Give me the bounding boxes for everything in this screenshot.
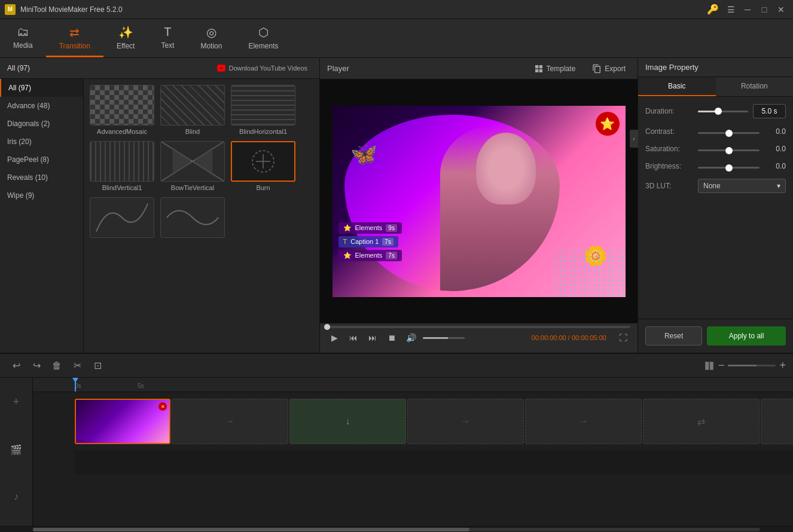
transition-slot-3[interactable]: →	[407, 399, 524, 444]
template-icon	[534, 64, 544, 74]
add-track-btn[interactable]: +	[13, 396, 20, 408]
caption-chip-3[interactable]: ⭐ Elements 7s	[338, 250, 402, 261]
nav-label-text: Text	[161, 41, 174, 50]
category-advance[interactable]: Advance (48)	[0, 97, 83, 115]
lut-select[interactable]: None ▾	[698, 179, 786, 193]
hamburger-btn[interactable]: ☰	[724, 2, 738, 17]
brightness-slider-container	[698, 161, 760, 170]
nav-item-transition[interactable]: ⇄ Transition	[46, 19, 103, 57]
lut-value: None	[703, 182, 721, 190]
transition-curve2[interactable]	[160, 197, 225, 240]
nav-label-elements: Elements	[248, 42, 278, 50]
brightness-value: 0.0	[764, 162, 786, 170]
transition-burn[interactable]: Burn	[231, 141, 295, 191]
zoom-in-btn[interactable]: +	[779, 359, 786, 372]
transition-blind[interactable]: Blind	[160, 85, 225, 135]
category-all[interactable]: All (97)	[0, 79, 83, 97]
transition-label-bowtie: BowTieVertical	[171, 184, 214, 191]
maximize-btn[interactable]: □	[757, 2, 771, 17]
tab-rotation[interactable]: Rotation	[716, 77, 794, 96]
redo-btn[interactable]: ↪	[28, 357, 45, 375]
prev-frame-btn[interactable]: ⏮	[346, 331, 361, 345]
caption-chip-3-label: Elements	[355, 252, 383, 259]
collapse-arrow[interactable]: ‹	[630, 130, 638, 148]
volume-slider[interactable]	[423, 337, 465, 339]
playhead	[75, 378, 76, 392]
brightness-slider[interactable]	[698, 167, 760, 169]
transition-blind-vertical[interactable]: BlindVertical1	[90, 141, 154, 191]
transition-bowtie-vertical[interactable]: ↔ BowTieVertical	[160, 141, 225, 191]
caption-chip-2-label: Caption 1	[350, 238, 379, 245]
timeline-tracks: ✕ → ↓ → → ⇄	[33, 392, 793, 479]
effect-icon: ✨	[118, 25, 133, 39]
image-property-header: Image Property	[638, 58, 793, 77]
motion-icon: ◎	[206, 25, 216, 39]
action-row: Reset Apply to all	[638, 319, 793, 353]
transition-slot-1[interactable]: →	[172, 399, 288, 444]
nav-item-motion[interactable]: ◎ Motion	[187, 19, 235, 57]
crop-btn[interactable]: ⊡	[89, 357, 106, 375]
apply-to-all-btn[interactable]: Apply to all	[707, 326, 786, 346]
tab-basic[interactable]: Basic	[638, 77, 716, 96]
transition-slot-6[interactable]: ⇄	[761, 399, 793, 444]
zoom-slider[interactable]	[728, 365, 776, 366]
bowtie-svg: ↔	[161, 141, 224, 182]
fullscreen-btn[interactable]: ⛶	[616, 331, 630, 345]
player-title: Player	[327, 64, 349, 73]
transition-thumb-curve1	[90, 197, 154, 238]
transition-arrow-5: ⇄	[697, 416, 705, 427]
category-reveals[interactable]: Reveals (10)	[0, 169, 83, 186]
category-diagonals[interactable]: Diagonals (2)	[0, 115, 83, 133]
nav-item-effect[interactable]: ✨ Effect	[103, 19, 148, 57]
transition-arrow-3: →	[461, 416, 471, 427]
transition-blind-horizontal[interactable]: BlindHorizontal1	[231, 85, 295, 135]
saturation-slider[interactable]	[698, 149, 760, 151]
timeline-ruler: 0s 5s	[33, 378, 793, 392]
transition-curve1[interactable]	[90, 197, 154, 240]
split-icon	[704, 360, 715, 371]
star-badge: ⭐	[596, 112, 620, 136]
download-youtube-label: Download YouTube Videos	[229, 65, 308, 72]
timeline-scrollbar[interactable]	[0, 526, 793, 532]
cut-btn[interactable]: ✂	[68, 357, 86, 375]
zoom-out-btn[interactable]: −	[718, 359, 725, 372]
nav-item-text[interactable]: T Text	[148, 19, 187, 57]
saturation-label: Saturation:	[645, 145, 693, 153]
curve1-svg	[90, 197, 154, 238]
undo-btn[interactable]: ↩	[7, 357, 25, 375]
template-btn[interactable]: Template	[529, 62, 581, 76]
volume-btn[interactable]: 🔊	[404, 331, 418, 345]
time-display: 00:00:00:00 / 00:00:05:00	[532, 334, 606, 341]
minimize-btn[interactable]: ─	[740, 2, 755, 17]
caption-chip-1[interactable]: ⭐ Elements 9s	[338, 222, 402, 234]
contrast-slider[interactable]	[698, 132, 760, 134]
category-wipe[interactable]: Wipe (9)	[0, 186, 83, 204]
transition-slot-4[interactable]: →	[525, 399, 642, 444]
next-frame-btn[interactable]: ⏭	[365, 331, 380, 345]
category-pagepeel[interactable]: PagePeel (8)	[0, 151, 83, 169]
nav-item-elements[interactable]: ⬡ Elements	[235, 19, 291, 57]
transition-slot-2[interactable]: ↓	[289, 399, 406, 444]
scrollbar-thumb[interactable]	[33, 528, 469, 531]
category-iris[interactable]: Iris (20)	[0, 133, 83, 151]
play-btn[interactable]: ▶	[327, 331, 341, 345]
window-controls: ☰ ─ □ ✕	[724, 2, 788, 17]
lut-dropdown-arrow: ▾	[777, 182, 780, 190]
download-youtube-btn[interactable]: Download YouTube Videos	[212, 62, 313, 75]
transition-slot-5[interactable]: ⇄	[643, 399, 760, 444]
duration-value[interactable]: 5.0 s	[753, 104, 786, 118]
burn-svg	[245, 148, 281, 175]
scrollbar-track[interactable]	[33, 528, 760, 531]
caption-chip-2[interactable]: T Caption 1 7s	[338, 236, 398, 247]
delete-btn[interactable]: 🗑	[48, 357, 66, 375]
export-btn[interactable]: Export	[587, 62, 630, 76]
main-clip[interactable]: ✕	[75, 399, 170, 444]
transition-advanced-mosaic[interactable]: AdvancedMosaic	[90, 85, 154, 135]
reset-btn[interactable]: Reset	[645, 326, 702, 346]
close-btn[interactable]: ✕	[774, 2, 788, 17]
stop-btn[interactable]: ⏹	[385, 331, 399, 345]
progress-bar[interactable]	[327, 326, 630, 328]
nav-item-media[interactable]: 🗂 Media	[0, 19, 46, 57]
clip-badge: ✕	[158, 402, 167, 411]
duration-slider[interactable]	[698, 111, 748, 112]
